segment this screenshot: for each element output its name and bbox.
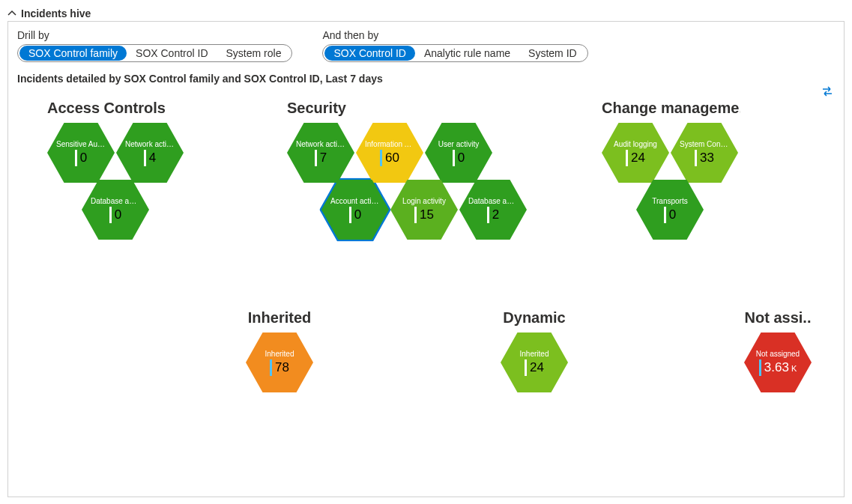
hex-tile[interactable]: Database acti...0 (82, 180, 149, 240)
hex-wrap: Not assigned3.63 K (744, 333, 812, 460)
hex-tile[interactable]: User activity0 (425, 123, 492, 183)
hex-value-row: 0 (75, 150, 87, 166)
hex-tile[interactable]: Network activ...4 (116, 123, 184, 183)
hex-value: 15 (420, 207, 434, 222)
cluster: Change manageme..Audit logging24System C… (602, 100, 740, 250)
hex-label: Login activity (398, 197, 450, 205)
hex-value-row: 24 (525, 359, 544, 376)
section-header[interactable]: Incidents hive (7, 7, 845, 19)
hex-bar-icon (75, 150, 77, 166)
hex-tile[interactable]: System Confi...33 (671, 123, 738, 183)
hex-bar-icon (109, 207, 112, 223)
hex-label: Audit logging (609, 140, 662, 148)
and-then-by-label: And then by (322, 29, 587, 41)
hex-bar-icon (414, 207, 417, 223)
hex-wrap: Sensitive Auth...0Network activ...4Datab… (47, 123, 242, 250)
hex-tile[interactable]: Inherited78 (246, 333, 313, 392)
hex-bar-icon (270, 359, 272, 376)
hex-tile[interactable]: Audit logging24 (602, 123, 669, 183)
hex-bar-icon (453, 150, 455, 166)
hex-value: 0 (354, 207, 361, 222)
hex-bar-icon (144, 150, 146, 166)
hex-value: 0 (80, 151, 87, 166)
hex-bar-icon (487, 207, 489, 223)
drill-by-label: Drill by (17, 29, 292, 41)
hex-value-row: 15 (414, 207, 434, 223)
hex-tile[interactable]: Database acti...2 (459, 180, 527, 240)
hex-label: Database acti... (86, 197, 145, 205)
pill-sox-control-id[interactable]: SOX Control ID (127, 46, 217, 61)
hex-bar-icon (349, 207, 351, 223)
cluster: Not assi..Not assigned3.63 K (744, 309, 812, 460)
hex-label: Network activ... (121, 140, 179, 148)
hex-tile[interactable]: Login activity15 (390, 180, 458, 240)
hex-tile[interactable]: Account activity0 (321, 180, 389, 240)
drill-by-pills: SOX Control family SOX Control ID System… (17, 44, 292, 62)
hex-label: Not assigned (752, 350, 804, 358)
hex-bar-icon (695, 150, 697, 166)
cluster-title: Change manageme.. (602, 100, 740, 117)
hex-value-row: 0 (349, 207, 361, 223)
cluster-title: Access Controls (47, 100, 242, 117)
hex-label: Inherited (516, 350, 554, 358)
hex-wrap: Inherited24 (467, 333, 602, 460)
cluster: SecurityNetwork activ...7Information A..… (287, 100, 512, 250)
drill-controls: Drill by SOX Control family SOX Control … (17, 29, 835, 62)
pill-sox-control-family[interactable]: SOX Control family (19, 46, 127, 61)
hex-label: System Confi... (675, 140, 734, 148)
hex-value-row: 2 (487, 207, 499, 223)
hex-value: 7 (320, 151, 327, 166)
hex-value-row: 0 (664, 207, 676, 223)
incidents-hive-panel: Drill by SOX Control family SOX Control … (7, 21, 845, 497)
hex-value: 24 (631, 151, 645, 166)
hex-value-row: 33 (695, 150, 714, 166)
hex-tile[interactable]: Transports0 (636, 180, 704, 240)
hex-wrap: Inherited78 (212, 333, 347, 460)
pill-system-role[interactable]: System role (217, 46, 291, 61)
chart-subtitle: Incidents detailed by SOX Control family… (17, 73, 835, 85)
hex-bar-icon (380, 150, 382, 166)
hex-label: Sensitive Auth... (52, 140, 110, 148)
hex-wrap: Audit logging24System Confi...33Transpor… (602, 123, 740, 250)
cluster: DynamicInherited24 (467, 309, 602, 460)
collapse-chevron-icon (7, 8, 16, 19)
cluster-title: Security (287, 100, 512, 117)
hex-wrap: Network activ...7Information A...60User … (287, 123, 512, 250)
hex-value-row: 7 (315, 150, 327, 166)
hex-value: 0 (458, 151, 465, 166)
hex-tile[interactable]: Inherited24 (501, 333, 568, 392)
section-title: Incidents hive (21, 7, 91, 19)
hex-tile[interactable]: Information A...60 (356, 123, 423, 183)
hex-label: Inherited (261, 350, 299, 358)
swap-view-icon[interactable] (821, 85, 833, 100)
hex-label: Account activity (326, 197, 384, 205)
hex-value: 3.63 K (764, 360, 797, 375)
cluster: InheritedInherited78 (212, 309, 347, 460)
hex-tile[interactable]: Not assigned3.63 K (744, 333, 812, 392)
hex-tile[interactable]: Network activ...7 (287, 123, 354, 183)
hex-value: 78 (275, 360, 289, 375)
hex-value: 0 (115, 207, 121, 222)
hex-label: User activity (434, 140, 483, 148)
hex-tile[interactable]: Sensitive Auth...0 (47, 123, 115, 183)
hex-label: Information A... (360, 140, 419, 148)
hex-value: 0 (669, 207, 676, 222)
hex-value-row: 78 (270, 359, 289, 376)
pill-sox-control-id-2[interactable]: SOX Control ID (324, 46, 414, 61)
pill-system-id[interactable]: System ID (519, 46, 586, 61)
pill-analytic-rule-name[interactable]: Analytic rule name (415, 46, 519, 61)
hex-bar-icon (626, 150, 628, 166)
hex-bar-icon (315, 150, 317, 166)
hex-value: 4 (149, 151, 156, 166)
cluster: Access ControlsSensitive Auth...0Network… (47, 100, 242, 250)
hex-value: 60 (385, 151, 399, 166)
hex-value-row: 0 (453, 150, 465, 166)
hex-value: 2 (492, 207, 499, 222)
hex-value-row: 4 (144, 150, 156, 166)
hex-label: Network activ... (291, 140, 350, 148)
hex-label: Database acti... (464, 197, 522, 205)
hex-value: 33 (700, 151, 714, 166)
hex-value-row: 24 (626, 150, 645, 166)
and-then-by-pills: SOX Control ID Analytic rule name System… (322, 44, 587, 62)
cluster-title: Not assi.. (744, 309, 812, 327)
